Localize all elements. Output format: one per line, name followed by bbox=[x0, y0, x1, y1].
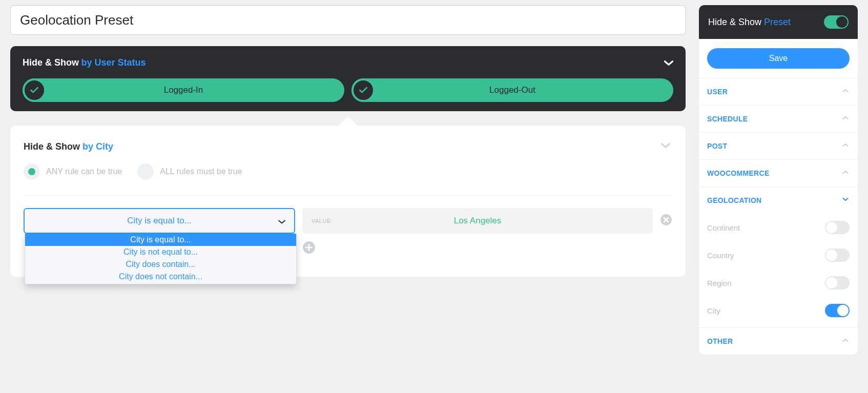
all-rules-radio[interactable]: ALL rules must be true bbox=[137, 163, 242, 180]
geo-item-city: City bbox=[699, 297, 858, 327]
dropdown-option[interactable]: City is not equal to... bbox=[25, 246, 296, 258]
chevron-down-icon[interactable] bbox=[659, 139, 672, 154]
city-panel: Hide & Show by City ANY rule can be true… bbox=[10, 126, 686, 277]
sidebar-section-post[interactable]: POST bbox=[699, 132, 858, 159]
select-value: City is equal to... bbox=[127, 216, 192, 226]
region-toggle[interactable] bbox=[825, 276, 850, 289]
panel-title-suffix: by City bbox=[82, 141, 113, 152]
section-label: WOOCOMMERCE bbox=[707, 169, 770, 177]
value-text: Los Angeles bbox=[312, 216, 644, 226]
notch-indicator bbox=[338, 116, 358, 127]
country-toggle[interactable] bbox=[825, 249, 850, 262]
panel-title-prefix: Hide & Show bbox=[24, 141, 80, 152]
chevron-up-icon bbox=[841, 141, 850, 151]
radio-label: ALL rules must be true bbox=[160, 167, 242, 176]
logged-out-pill[interactable]: Logged-Out bbox=[352, 78, 673, 102]
item-label: City bbox=[707, 306, 720, 315]
sidebar-card: Hide & Show Preset Save USER SCHEDULE PO… bbox=[699, 5, 858, 355]
section-label: POST bbox=[707, 142, 727, 150]
check-icon bbox=[23, 78, 46, 102]
chevron-up-icon bbox=[841, 114, 850, 124]
condition-dropdown: City is equal to... City is not equal to… bbox=[25, 234, 297, 284]
pill-label: Logged-In bbox=[164, 85, 203, 95]
chevron-down-icon[interactable] bbox=[662, 56, 675, 72]
sidebar-section-schedule[interactable]: SCHEDULE bbox=[699, 105, 858, 132]
item-label: Country bbox=[707, 251, 734, 260]
panel-title-prefix: Hide & Show bbox=[23, 57, 79, 68]
sidebar-section-other[interactable]: OTHER bbox=[699, 327, 858, 355]
sidebar-header-prefix: Hide & Show bbox=[708, 17, 761, 27]
dropdown-option[interactable]: City is equal to... bbox=[25, 234, 296, 246]
dropdown-option[interactable]: City does contain... bbox=[25, 258, 296, 271]
value-label: VALUE: bbox=[312, 218, 333, 224]
chevron-up-icon bbox=[841, 87, 850, 97]
radio-label: ANY rule can be true bbox=[46, 167, 122, 176]
logged-in-pill[interactable]: Logged-In bbox=[23, 78, 344, 102]
chevron-down-icon bbox=[277, 217, 287, 230]
any-rule-radio[interactable]: ANY rule can be true bbox=[24, 163, 122, 180]
continent-toggle[interactable] bbox=[825, 221, 850, 234]
condition-select[interactable]: City is equal to... City is equal to... … bbox=[24, 208, 295, 234]
preset-master-toggle[interactable] bbox=[824, 15, 849, 29]
delete-rule-button[interactable] bbox=[660, 214, 672, 228]
radio-icon bbox=[24, 163, 40, 180]
item-label: Region bbox=[707, 279, 732, 287]
section-label: OTHER bbox=[707, 337, 733, 345]
sidebar-section-geolocation[interactable]: GEOLOCATION bbox=[699, 187, 858, 214]
item-label: Continent bbox=[707, 223, 740, 232]
check-icon bbox=[352, 78, 375, 102]
sidebar-section-woocommerce[interactable]: WOOCOMMERCE bbox=[699, 159, 858, 187]
section-label: SCHEDULE bbox=[707, 115, 748, 123]
add-rule-button[interactable] bbox=[302, 241, 316, 256]
chevron-up-icon bbox=[841, 336, 850, 346]
radio-icon bbox=[137, 163, 154, 180]
section-label: USER bbox=[707, 88, 728, 96]
preset-title-input[interactable] bbox=[10, 5, 686, 35]
sidebar-header-suffix: Preset bbox=[764, 17, 791, 27]
chevron-down-icon bbox=[841, 195, 850, 205]
value-input[interactable]: VALUE: Los Angeles bbox=[302, 208, 653, 234]
dropdown-option[interactable]: City does not contain... bbox=[25, 271, 296, 283]
section-label: GEOLOCATION bbox=[707, 196, 761, 204]
geo-item-country: Country bbox=[699, 241, 858, 269]
divider bbox=[24, 195, 672, 196]
geo-item-continent: Continent bbox=[699, 214, 858, 241]
pill-label: Logged-Out bbox=[489, 85, 535, 95]
save-button[interactable]: Save bbox=[707, 48, 850, 69]
sidebar-section-user[interactable]: USER bbox=[699, 78, 858, 105]
panel-title-suffix: by User Status bbox=[81, 57, 146, 68]
user-status-panel: Hide & Show by User Status Logged-In bbox=[10, 46, 686, 111]
city-toggle[interactable] bbox=[825, 304, 850, 317]
chevron-up-icon bbox=[841, 168, 850, 178]
geo-item-region: Region bbox=[699, 269, 858, 297]
